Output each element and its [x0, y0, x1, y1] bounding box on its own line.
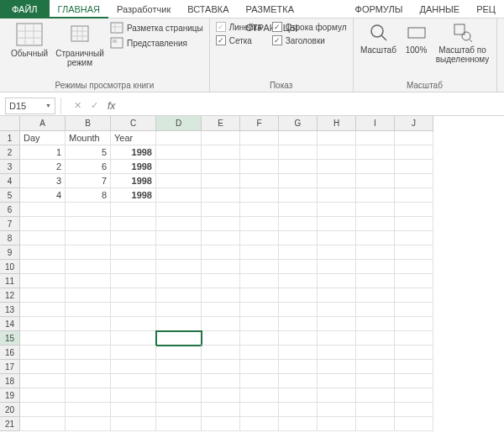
cell-D19[interactable]	[156, 388, 202, 403]
cell-B2[interactable]: 5	[66, 145, 111, 160]
column-header-B[interactable]: B	[66, 116, 111, 131]
cell-J16[interactable]	[395, 346, 433, 360]
cell-E1[interactable]	[202, 131, 240, 145]
column-header-E[interactable]: E	[202, 116, 240, 131]
cell-D14[interactable]	[156, 317, 202, 331]
cell-B17[interactable]	[66, 360, 111, 374]
cell-G18[interactable]	[279, 374, 318, 388]
cell-C13[interactable]	[111, 303, 156, 317]
cell-J1[interactable]	[395, 131, 433, 145]
cell-I17[interactable]	[356, 360, 395, 374]
tab-insert[interactable]: ВСТАВКА	[179, 0, 237, 18]
cell-J2[interactable]	[395, 145, 433, 160]
cell-E13[interactable]	[202, 303, 240, 317]
page-layout-button[interactable]: Разметка страницы	[108, 21, 205, 34]
cell-B18[interactable]	[66, 374, 111, 388]
cell-A8[interactable]	[20, 231, 66, 245]
cell-A18[interactable]	[20, 374, 66, 388]
cell-B4[interactable]: 7	[66, 174, 111, 188]
cell-H20[interactable]	[318, 403, 356, 417]
cell-A21[interactable]	[20, 417, 66, 431]
cell-G19[interactable]	[279, 388, 318, 403]
row-header-5[interactable]: 5	[0, 188, 20, 203]
enter-button[interactable]: ✓	[86, 98, 102, 114]
cell-C17[interactable]	[111, 360, 156, 374]
cell-E7[interactable]	[202, 217, 240, 231]
cell-D21[interactable]	[156, 417, 202, 431]
row-header-17[interactable]: 17	[0, 360, 20, 374]
gridlines-checkbox[interactable]: ✓ Сетка	[214, 34, 264, 46]
row-header-3[interactable]: 3	[0, 160, 20, 174]
cell-A14[interactable]	[20, 317, 66, 331]
cell-F2[interactable]	[240, 145, 279, 160]
cell-H4[interactable]	[318, 174, 356, 188]
column-header-J[interactable]: J	[395, 116, 433, 131]
cell-C2[interactable]: 1998	[111, 145, 156, 160]
cell-C11[interactable]	[111, 274, 156, 288]
formula-bar-checkbox[interactable]: ✓ Строка формул	[270, 21, 349, 33]
cell-E12[interactable]	[202, 288, 240, 303]
cell-B21[interactable]	[66, 417, 111, 431]
cell-H21[interactable]	[318, 417, 356, 431]
cell-I6[interactable]	[356, 203, 395, 217]
cell-D6[interactable]	[156, 203, 202, 217]
cell-D17[interactable]	[156, 360, 202, 374]
cell-C14[interactable]	[111, 317, 156, 331]
cell-E20[interactable]	[202, 403, 240, 417]
cell-F7[interactable]	[240, 217, 279, 231]
cell-G9[interactable]	[279, 245, 318, 260]
cell-G10[interactable]	[279, 260, 318, 274]
ruler-checkbox[interactable]: ✓ Линейка	[214, 21, 264, 33]
column-header-I[interactable]: I	[356, 116, 395, 131]
row-header-14[interactable]: 14	[0, 317, 20, 331]
formula-input[interactable]	[118, 98, 504, 114]
cell-B13[interactable]	[66, 303, 111, 317]
cell-I4[interactable]	[356, 174, 395, 188]
cell-F4[interactable]	[240, 174, 279, 188]
cell-C1[interactable]: Year	[111, 131, 156, 145]
column-header-D[interactable]: D	[156, 116, 202, 131]
tab-formulas[interactable]: ФОРМУЛЫ	[347, 0, 412, 18]
cell-E15[interactable]	[202, 331, 240, 346]
cell-H14[interactable]	[318, 317, 356, 331]
cell-E2[interactable]	[202, 145, 240, 160]
row-header-6[interactable]: 6	[0, 203, 20, 217]
cell-E18[interactable]	[202, 374, 240, 388]
cell-F21[interactable]	[240, 417, 279, 431]
cell-F13[interactable]	[240, 303, 279, 317]
cell-D12[interactable]	[156, 288, 202, 303]
column-header-F[interactable]: F	[240, 116, 279, 131]
cell-A13[interactable]	[20, 303, 66, 317]
cell-G13[interactable]	[279, 303, 318, 317]
cell-J4[interactable]	[395, 174, 433, 188]
cell-E10[interactable]	[202, 260, 240, 274]
cell-B6[interactable]	[66, 203, 111, 217]
cell-A2[interactable]: 1	[20, 145, 66, 160]
cell-F17[interactable]	[240, 360, 279, 374]
cell-C20[interactable]	[111, 403, 156, 417]
zoom-100-button[interactable]: 100%	[400, 21, 433, 56]
cell-F16[interactable]	[240, 346, 279, 360]
cell-B11[interactable]	[66, 274, 111, 288]
cell-G2[interactable]	[279, 145, 318, 160]
row-header-20[interactable]: 20	[0, 403, 20, 417]
cell-A20[interactable]	[20, 403, 66, 417]
cell-B10[interactable]	[66, 260, 111, 274]
cell-H18[interactable]	[318, 374, 356, 388]
cell-G14[interactable]	[279, 317, 318, 331]
cell-C8[interactable]	[111, 231, 156, 245]
cell-F10[interactable]	[240, 260, 279, 274]
cell-J15[interactable]	[395, 331, 433, 346]
cell-G16[interactable]	[279, 346, 318, 360]
cell-J17[interactable]	[395, 360, 433, 374]
cell-E11[interactable]	[202, 274, 240, 288]
tab-developer[interactable]: Разработчик	[108, 0, 179, 18]
cell-G8[interactable]	[279, 231, 318, 245]
cell-E14[interactable]	[202, 317, 240, 331]
cell-A11[interactable]	[20, 274, 66, 288]
cell-J21[interactable]	[395, 417, 433, 431]
cell-H3[interactable]	[318, 160, 356, 174]
cell-I12[interactable]	[356, 288, 395, 303]
cell-H16[interactable]	[318, 346, 356, 360]
cell-F8[interactable]	[240, 231, 279, 245]
